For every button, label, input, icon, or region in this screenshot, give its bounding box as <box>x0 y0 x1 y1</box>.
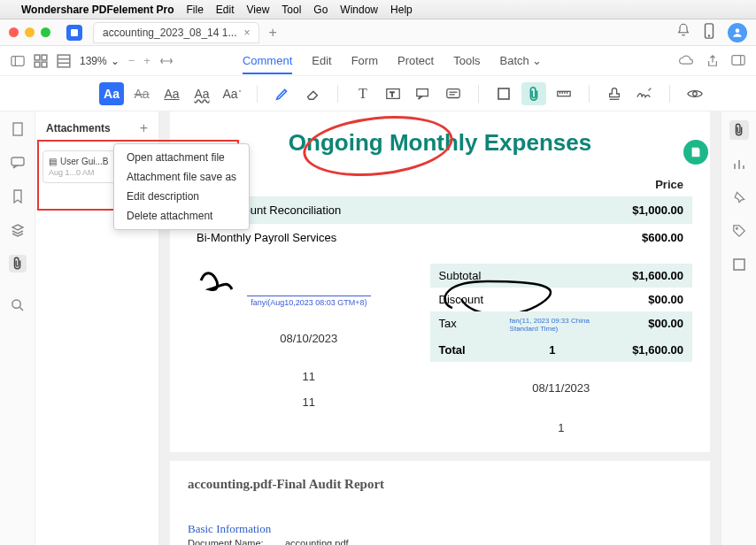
tab-form[interactable]: Form <box>351 54 378 67</box>
svg-rect-30 <box>12 157 24 165</box>
phone-icon[interactable] <box>703 23 715 42</box>
underline-tool[interactable]: Aa <box>159 82 184 105</box>
zoom-in-button[interactable]: + <box>143 54 150 67</box>
cloud-icon[interactable] <box>678 54 694 68</box>
svg-rect-7 <box>42 55 47 60</box>
date-right: 08/11/2023 <box>430 381 692 395</box>
file-icon: ▤ <box>49 157 57 166</box>
date-left: 08/10/2023 <box>188 332 430 345</box>
right-nav-bar <box>721 111 756 545</box>
highlight-tool[interactable]: Aa <box>99 82 124 105</box>
attachment-panel-icon[interactable] <box>729 120 749 140</box>
svg-text:T: T <box>390 89 394 97</box>
table-row: Bi-Monthly Payroll Services $600.00 <box>188 224 692 251</box>
comments-icon[interactable] <box>9 154 27 172</box>
panel-toggle-icon[interactable] <box>731 54 745 68</box>
zoom-value: 139% <box>80 55 107 67</box>
menu-window[interactable]: Window <box>340 4 378 16</box>
strikethrough-tool[interactable]: Aa <box>129 82 154 105</box>
bell-icon[interactable] <box>676 23 690 42</box>
new-tab-button[interactable]: + <box>268 25 276 41</box>
search-icon[interactable] <box>9 296 27 313</box>
maximize-window-button[interactable] <box>41 27 50 37</box>
svg-rect-37 <box>734 259 744 270</box>
hide-annotations-tool[interactable] <box>683 82 707 105</box>
share-icon[interactable] <box>706 54 719 68</box>
app-name-menu[interactable]: Wondershare PDFelement Pro <box>21 4 174 16</box>
audit-title: accounting.pdf-Final Audit Report <box>188 477 692 492</box>
tab-protect[interactable]: Protect <box>397 54 434 67</box>
summary-row: Discount$00.00 <box>430 288 692 311</box>
stamp-tool[interactable] <box>602 82 627 105</box>
column-header-name: Name <box>197 178 577 191</box>
signature-tool[interactable] <box>632 82 657 105</box>
thumbnails-icon[interactable] <box>9 120 27 138</box>
squiggly-tool[interactable]: Aa <box>189 82 214 105</box>
measure-tool[interactable] <box>552 82 576 105</box>
svg-point-28 <box>693 91 698 96</box>
textbox-tool[interactable]: T <box>381 82 405 105</box>
svg-rect-17 <box>417 88 428 96</box>
document-tab[interactable]: accounting_2023_08_14 1... × <box>93 22 259 43</box>
caret-tool[interactable]: Aa˅ <box>220 82 244 105</box>
svg-rect-18 <box>447 88 459 97</box>
svg-rect-0 <box>71 29 78 36</box>
pdf-page: accounting.pdf-Final Audit Report Basic … <box>170 461 710 545</box>
zoom-out-button[interactable]: − <box>128 54 135 67</box>
grid-view-icon[interactable] <box>34 54 48 68</box>
tab-tools[interactable]: Tools <box>453 54 480 67</box>
tab-close-icon[interactable]: × <box>243 27 250 39</box>
note-tool[interactable] <box>441 82 466 105</box>
stats-icon[interactable] <box>729 154 749 173</box>
ctx-delete-attachment[interactable]: Delete attachment <box>114 206 249 226</box>
attachment-tool[interactable] <box>521 82 546 105</box>
list-view-icon[interactable] <box>57 54 71 68</box>
close-window-button[interactable] <box>9 27 19 37</box>
menu-go[interactable]: Go <box>313 4 328 16</box>
menu-file[interactable]: File <box>187 4 204 16</box>
svg-rect-8 <box>35 62 40 67</box>
window-controls <box>9 27 50 37</box>
text-tool[interactable]: T <box>351 82 375 105</box>
rectangle-tool[interactable] <box>491 82 516 105</box>
add-attachment-button[interactable]: + <box>140 120 148 136</box>
left-nav-bar <box>0 111 35 545</box>
tab-edit[interactable]: Edit <box>312 54 331 67</box>
callout-tool[interactable] <box>411 82 436 105</box>
chevron-down-icon: ⌄ <box>111 55 120 67</box>
user-avatar[interactable] <box>728 23 747 42</box>
ctx-open-attachment[interactable]: Open attachment file <box>114 148 249 167</box>
floating-action-button[interactable] <box>683 140 708 165</box>
menu-help[interactable]: Help <box>390 4 413 16</box>
menu-view[interactable]: View <box>247 4 270 16</box>
sidebar-toggle-icon[interactable] <box>11 54 25 68</box>
eraser-tool[interactable] <box>300 82 325 105</box>
tab-batch[interactable]: Batch ⌄ <box>500 54 543 67</box>
svg-rect-13 <box>732 55 744 65</box>
svg-point-31 <box>12 299 20 307</box>
ctx-edit-description[interactable]: Edit description <box>114 187 249 206</box>
signature-caption: fanyi(Aug10,2023 08:03 GTM+8) <box>188 298 430 307</box>
layers-icon[interactable] <box>9 221 27 239</box>
tab-title: accounting_2023_08_14 1... <box>103 27 236 39</box>
bookmarks-icon[interactable] <box>9 188 27 205</box>
info-row: Document Name:accounting.pdf <box>188 538 692 545</box>
pin-icon[interactable] <box>729 188 749 207</box>
tab-comment[interactable]: Comment <box>243 54 292 74</box>
tag-icon[interactable] <box>729 221 749 241</box>
menu-tool[interactable]: Tool <box>282 4 301 16</box>
pdf-page: Ongoing Monthly Expenses Name Price Dail… <box>170 111 710 452</box>
fit-width-icon[interactable] <box>159 54 174 68</box>
chevron-down-icon: ⌄ <box>532 54 542 67</box>
ctx-save-as[interactable]: Attachment file save as <box>114 167 249 187</box>
attachment-name: User Gui...B <box>60 157 108 166</box>
attachments-icon[interactable] <box>9 255 27 272</box>
square-icon[interactable] <box>729 255 749 274</box>
menu-edit[interactable]: Edit <box>216 4 235 16</box>
attachment-context-menu: Open attachment file Attachment file sav… <box>113 143 250 230</box>
zoom-control[interactable]: 139% ⌄ <box>80 55 120 67</box>
table-row: Daily Account Reconciliation $1,000.00 <box>188 196 692 224</box>
comment-toolbar: Aa Aa Aa Aa Aa˅ T T <box>0 76 756 111</box>
minimize-window-button[interactable] <box>25 27 35 37</box>
pencil-tool[interactable] <box>270 82 295 105</box>
